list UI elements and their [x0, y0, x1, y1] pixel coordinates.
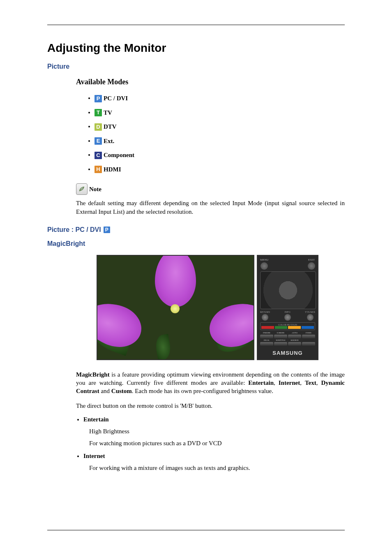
- direct-button-note: The direct button on the remote control …: [76, 402, 345, 410]
- remote-info-label: INFO: [284, 311, 290, 313]
- list-item: Internet For working with a mixture of i…: [83, 453, 345, 472]
- grid-button: [302, 342, 315, 346]
- monitor-screenshot: [97, 255, 254, 360]
- section-picture-pc-dvi: Picture : PC / DVI: [47, 226, 101, 234]
- grid-label: AUTO: [288, 332, 301, 334]
- mode-t-icon: T: [95, 109, 102, 116]
- magicbright-body: MagicBright is a feature providing optim…: [76, 370, 345, 472]
- item-title: Internet: [83, 453, 105, 459]
- grid-button: [302, 335, 315, 338]
- mode-item: HHDMI: [95, 166, 345, 173]
- mode-label: TV: [104, 109, 112, 116]
- mb-term: MagicBright: [76, 371, 110, 378]
- note-row: Note: [76, 183, 345, 195]
- page: Adjusting the Monitor Picture Available …: [0, 0, 392, 555]
- grid-label: SUBTITLE: [274, 339, 287, 341]
- remote-ttx-button: [307, 314, 314, 321]
- flower-image: [97, 256, 254, 359]
- remote-exit-button: [308, 262, 315, 270]
- list-item: Entertain High Brightness For watching m…: [83, 416, 345, 447]
- note-label: Note: [89, 186, 101, 193]
- figure: MENU EXIT RETURN INFO TTX/MIX COLOR BUTT…: [97, 255, 345, 360]
- grid-label: DUAL: [260, 339, 273, 341]
- mode-e-icon: E: [95, 137, 102, 145]
- mode-label: PC / DVI: [104, 95, 128, 102]
- available-modes-heading: Available Modes: [76, 78, 345, 86]
- rule-top: [47, 25, 345, 25]
- remote-dpad: [260, 271, 316, 309]
- grid-button: [274, 342, 287, 346]
- remote-color-buttons: [261, 326, 314, 329]
- section-magicbright: MagicBright: [47, 240, 345, 247]
- note-body: The default setting may different depend…: [76, 199, 345, 216]
- mode-item: DDTV: [95, 123, 345, 131]
- grid-button: [274, 335, 287, 338]
- item-line: High Brightness: [89, 428, 345, 435]
- item-title: Entertain: [83, 416, 109, 423]
- mode-item: TTV: [95, 109, 345, 117]
- grid-button: [288, 342, 301, 346]
- mode-label: HDMI: [104, 166, 121, 173]
- item-line: For working with a mixture of images suc…: [89, 465, 345, 472]
- mb-mode: Custom: [111, 388, 132, 394]
- magicbright-description: MagicBright is a feature providing optim…: [76, 370, 345, 395]
- rule-bottom: [47, 530, 345, 530]
- remote-color-box: COLOR BUTTON: [260, 322, 315, 330]
- mode-d-icon: D: [95, 123, 102, 131]
- mode-p-icon: P: [104, 227, 110, 233]
- remote-info-button: [284, 314, 291, 321]
- mode-h-icon: H: [95, 166, 102, 173]
- grid-label: P.MODE: [260, 332, 273, 334]
- mode-item: PPC / DVI: [95, 95, 345, 102]
- section-picture-pc-dvi-row: Picture : PC / DVI P: [47, 222, 345, 238]
- grid-label: P.SIZE: [302, 332, 315, 334]
- grid-button: [260, 335, 273, 338]
- mb-mode: Internet: [279, 379, 300, 386]
- mode-item: CComponent: [95, 151, 345, 159]
- remote-ttx-label: TTX/MIX: [305, 311, 315, 313]
- mode-c-icon: C: [95, 152, 102, 159]
- remote-brand: SAMSUNG: [260, 350, 315, 356]
- grid-button: [260, 342, 273, 346]
- mb-mode: Text: [305, 379, 316, 386]
- remote-menu-button: [261, 262, 268, 270]
- item-line: For watching motion pictures such as a D…: [89, 440, 345, 447]
- mode-label: Ext.: [104, 138, 114, 144]
- grid-label: SOURCE: [288, 339, 301, 341]
- remote-return-button: [262, 314, 268, 321]
- section-picture: Picture: [47, 63, 345, 70]
- grid-button: [288, 335, 301, 338]
- remote-top-row: MENU EXIT: [260, 258, 315, 270]
- mode-item: EExt.: [95, 137, 345, 145]
- remote-button-grid: P.MODE S.MODE AUTO P.SIZE DUAL SUBTITLE …: [260, 332, 315, 346]
- mb-text: . Each mode has its own pre-configured b…: [132, 388, 273, 394]
- remote-return-label: RETURN: [260, 311, 270, 313]
- mode-label: DTV: [104, 123, 117, 130]
- note-icon: [76, 183, 88, 195]
- mb-mode: Entertain: [248, 379, 274, 386]
- mb-text: is a feature providing optimum viewing e…: [76, 371, 345, 386]
- remote-control: MENU EXIT RETURN INFO TTX/MIX COLOR BUTT…: [257, 255, 318, 360]
- mode-p-icon: P: [95, 95, 102, 102]
- mode-label: Component: [104, 152, 134, 158]
- modes-block: Available Modes PPC / DVI TTV DDTV EExt.…: [76, 78, 345, 216]
- mode-list: PPC / DVI TTV DDTV EExt. CComponent HHDM…: [86, 95, 345, 173]
- remote-mid-row: RETURN INFO TTX/MIX: [260, 311, 315, 321]
- remote-exit-label: EXIT: [308, 258, 315, 261]
- mode-description-list: Entertain High Brightness For watching m…: [76, 416, 345, 472]
- remote-menu-label: MENU: [260, 258, 269, 261]
- grid-label: [302, 339, 315, 341]
- page-title: Adjusting the Monitor: [47, 42, 345, 55]
- grid-label: S.MODE: [274, 332, 287, 334]
